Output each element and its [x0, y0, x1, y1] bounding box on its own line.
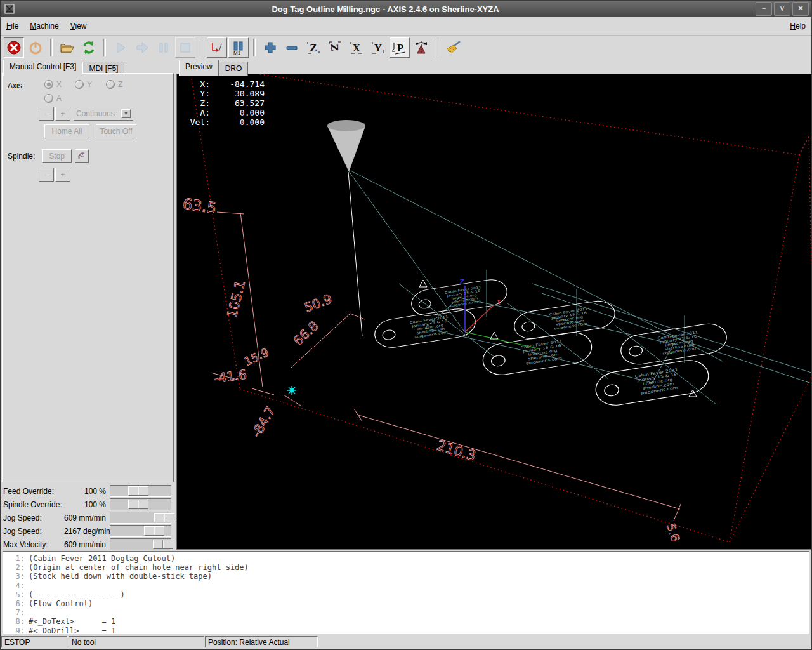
minimize-button[interactable]: − [756, 2, 772, 16]
spindle-stop-button[interactable]: Stop [42, 149, 72, 163]
dim-z-top: 63.5 [181, 195, 218, 217]
run-from-line-icon [135, 41, 149, 55]
spindle-brake-button[interactable] [75, 149, 89, 163]
gcode-line[interactable]: 5:(-------------------) [3, 590, 809, 599]
optional-pause-button[interactable]: M1 [228, 37, 249, 58]
dog-tag: Cabin Fever 2011 January 15 & 16 linuxcn… [481, 329, 594, 378]
menu-file[interactable]: File [1, 20, 24, 32]
menubar: File Machine View Help [1, 17, 811, 36]
gcode-line[interactable]: 8:#<_DoText> = 1 [3, 617, 809, 626]
right-tab-bar: Preview DRO [179, 60, 248, 76]
run-program-button[interactable] [110, 37, 131, 58]
close-button[interactable]: ✕ [792, 2, 809, 16]
x-axis-label: X [495, 298, 501, 307]
run-from-line-button[interactable] [132, 37, 152, 58]
stop-button[interactable] [175, 37, 195, 58]
menu-machine[interactable]: Machine [24, 20, 64, 32]
menu-help[interactable]: Help [784, 20, 811, 32]
machine-power-button[interactable] [25, 37, 46, 58]
zoom-in-button[interactable] [260, 37, 280, 58]
status-estop: ESTOP [1, 636, 67, 647]
slider-handle[interactable] [128, 500, 148, 509]
max-velocity-slider[interactable] [110, 538, 171, 550]
open-file-button[interactable] [57, 37, 77, 58]
toolbar: / M1 Z [1, 35, 811, 60]
spindle-minus-button[interactable]: - [39, 168, 54, 182]
spindle-brake-icon [77, 152, 86, 161]
extent-dimensions: 63.5 105.1 50.9 66.8 15.9 -41.6 -84.7 21… [181, 195, 682, 543]
toolbar-separator [50, 39, 53, 56]
view-z-button[interactable]: Z [303, 37, 324, 58]
view-y-button[interactable]: Y [368, 37, 388, 58]
z-axis-label: Z [459, 277, 464, 286]
jog-speed-deg-slider[interactable] [110, 525, 171, 537]
rotate-view-button[interactable] [411, 37, 431, 58]
axis-radio-y[interactable]: Y [75, 80, 92, 89]
maximize-button[interactable]: ∨ [774, 2, 790, 16]
slider-handle[interactable] [153, 540, 173, 549]
gcode-line[interactable]: 6:(Flow Control) [3, 599, 809, 608]
svg-text:M1: M1 [233, 50, 241, 55]
jog-speed-slider[interactable] [110, 512, 171, 524]
axis-radio-z[interactable]: Z [106, 80, 122, 89]
spindle-override-slider[interactable] [110, 498, 171, 510]
touch-off-button[interactable]: Touch Off [96, 124, 136, 138]
manual-control-panel: Axis: X Y Z A - + Continuous ▼ Home All [2, 73, 174, 482]
skip-lines-button[interactable]: / [207, 37, 227, 58]
preview-canvas[interactable]: Cabin Fever 2011 January 15 & 16 linuxcn… [177, 74, 812, 549]
statusbar: ESTOP No tool Position: Relative Actual [1, 635, 811, 649]
tab-preview[interactable]: Preview [179, 60, 219, 76]
tab-manual-control[interactable]: Manual Control [F3] [3, 60, 82, 76]
jog-speed-row: Jog Speed: 609 mm/min [1, 511, 173, 524]
run-icon [114, 41, 128, 55]
rapid-move-lines [349, 171, 811, 404]
titlebar[interactable]: Dog Tag Outline Milling.ngc - AXIS 2.4.6… [1, 1, 811, 17]
slider-handle[interactable] [128, 486, 148, 496]
gcode-listing[interactable]: 1:(Cabin Fever 2011 Dogtag Cutout) 2:(Or… [3, 551, 809, 634]
window-icon [4, 3, 15, 15]
estop-button[interactable] [4, 37, 24, 58]
dog-tag: Cabin Fever 2011 January 15 & 16 linuxcn… [513, 298, 617, 342]
tab-dro[interactable]: DRO [219, 62, 249, 76]
gcode-line[interactable]: 2:(Origin at center of chain hole near r… [3, 563, 809, 572]
spindle-override-row: Spindle Override: 100 % [1, 498, 173, 511]
jog-plus-button[interactable]: + [55, 107, 70, 121]
gcode-line[interactable]: 3:(Stock held down with double-stick tap… [3, 572, 809, 581]
override-sliders: Feed Override: 100 % Spindle Override: 1… [1, 484, 173, 551]
spindle-plus-button[interactable]: + [55, 168, 70, 182]
jog-speed-deg-row: Jog Speed: 2167 deg/min [1, 524, 173, 538]
window-title: Dog Tag Outline Milling.ngc - AXIS 2.4.6… [15, 4, 756, 14]
radio-icon [75, 80, 84, 89]
pause-button[interactable] [154, 37, 174, 58]
view-perspective-icon: P [391, 40, 408, 55]
zoom-out-button[interactable] [282, 37, 302, 58]
dim-z-length: 105.1 [224, 279, 248, 319]
reload-file-button[interactable] [79, 37, 99, 58]
view-z-rotated-button[interactable]: Z [325, 37, 345, 58]
view-y-icon: Y [370, 40, 386, 55]
rotate-view-icon [413, 40, 429, 55]
clear-plot-button[interactable] [443, 37, 463, 58]
machine-limits-box [191, 74, 811, 542]
view-x-button[interactable]: X [346, 37, 367, 58]
gcode-line[interactable]: 1:(Cabin Fever 2011 Dogtag Cutout) [3, 554, 809, 563]
axis-radio-a[interactable]: A [44, 94, 62, 103]
dim-z-bottom: -41.6 [213, 367, 248, 387]
gcode-line[interactable]: 4: [3, 581, 809, 590]
slider-handle[interactable] [144, 526, 164, 536]
stop-icon [178, 41, 192, 55]
machine-power-icon [28, 40, 43, 55]
axis-radio-x[interactable]: X [44, 80, 62, 89]
gcode-line[interactable]: 7: [3, 608, 809, 617]
zoom-in-icon [263, 40, 278, 55]
slider-handle[interactable] [154, 513, 174, 522]
jog-minus-button[interactable]: - [39, 107, 54, 121]
preview-viewport[interactable]: Cabin Fever 2011 January 15 & 16 linuxcn… [176, 74, 812, 550]
jog-mode-dropdown[interactable]: Continuous ▼ [74, 107, 133, 121]
feed-override-slider[interactable] [110, 485, 171, 497]
menu-view[interactable]: View [65, 20, 93, 32]
view-perspective-button[interactable]: P [390, 37, 410, 58]
dog-tag: Cabin Fever 2011 January 15 & 16 linuxcn… [593, 357, 710, 408]
home-all-button[interactable]: Home All [44, 124, 89, 138]
gcode-line[interactable]: 9:#<_DoDrill> = 1 [3, 627, 809, 634]
